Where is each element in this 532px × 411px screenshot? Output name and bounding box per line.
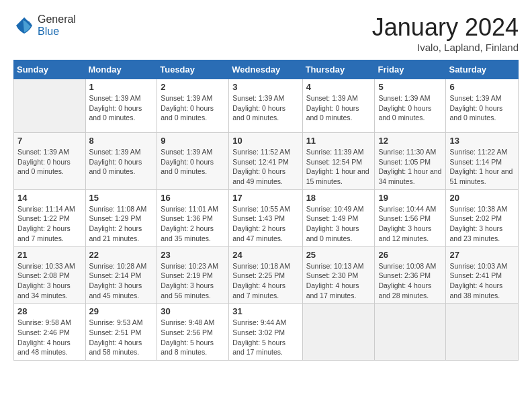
calendar-cell: 2Sunset: 1:39 AM Daylight: 0 hours and 0…: [157, 79, 229, 133]
logo: General Blue: [13, 13, 76, 38]
day-number: 4: [306, 82, 371, 92]
day-number: 6: [449, 82, 515, 92]
day-info: Sunrise: 11:30 AM Sunset: 1:05 PM Daylig…: [378, 147, 442, 187]
month-title: January 2024: [372, 13, 519, 42]
calendar-body: 1Sunset: 1:39 AM Daylight: 0 hours and 0…: [14, 79, 519, 361]
day-number: 29: [89, 306, 154, 316]
day-info: Sunrise: 11:14 AM Sunset: 1:22 PM Daylig…: [17, 204, 82, 244]
days-of-week-row: SundayMondayTuesdayWednesdayThursdayFrid…: [14, 60, 519, 79]
calendar-cell: 17Sunrise: 10:55 AM Sunset: 1:43 PM Dayl…: [229, 189, 302, 246]
calendar-cell: [446, 304, 519, 361]
calendar-cell: 7Sunset: 1:39 AM Daylight: 0 hours and 0…: [14, 133, 86, 190]
day-info: Sunset: 1:39 AM Daylight: 0 hours and 0 …: [161, 93, 225, 123]
calendar-cell: 16Sunrise: 11:01 AM Sunset: 1:36 PM Dayl…: [157, 189, 229, 246]
day-number: 15: [89, 193, 154, 203]
day-number: 2: [161, 82, 225, 92]
day-number: 25: [306, 250, 371, 260]
day-info: Sunrise: 11:08 AM Sunset: 1:29 PM Daylig…: [89, 204, 154, 244]
calendar-cell: 14Sunrise: 11:14 AM Sunset: 1:22 PM Dayl…: [14, 189, 86, 246]
day-info: Sunset: 1:39 AM Daylight: 0 hours and 0 …: [161, 147, 225, 177]
day-info: Sunset: 1:39 AM Daylight: 0 hours and 0 …: [17, 147, 82, 177]
week-row-3: 14Sunrise: 11:14 AM Sunset: 1:22 PM Dayl…: [14, 189, 519, 246]
day-info: Sunrise: 10:13 AM Sunset: 2:30 PM Daylig…: [306, 261, 371, 301]
day-number: 20: [449, 193, 515, 203]
day-info: Sunrise: 10:08 AM Sunset: 2:36 PM Daylig…: [378, 261, 442, 301]
day-number: 1: [89, 82, 154, 92]
week-row-5: 28Sunrise: 9:58 AM Sunset: 2:46 PM Dayli…: [14, 304, 519, 361]
calendar-cell: 10Sunrise: 11:52 AM Sunset: 12:41 PM Day…: [229, 133, 302, 190]
calendar-cell: 23Sunrise: 10:23 AM Sunset: 2:19 PM Dayl…: [157, 246, 229, 304]
day-info: Sunrise: 10:28 AM Sunset: 2:14 PM Daylig…: [89, 261, 154, 301]
day-info: Sunrise: 11:52 AM Sunset: 12:41 PM Dayli…: [232, 147, 298, 187]
day-number: 30: [161, 306, 225, 316]
calendar-cell: [14, 79, 86, 133]
calendar-cell: 11Sunrise: 11:39 AM Sunset: 12:54 PM Day…: [302, 133, 375, 190]
day-number: 27: [449, 250, 515, 260]
calendar-cell: 18Sunrise: 10:49 AM Sunset: 1:49 PM Dayl…: [302, 189, 375, 246]
day-number: 5: [378, 82, 442, 92]
day-number: 21: [17, 250, 82, 260]
day-info: Sunrise: 11:39 AM Sunset: 12:54 PM Dayli…: [306, 147, 371, 187]
day-info: Sunset: 1:39 AM Daylight: 0 hours and 0 …: [89, 147, 154, 177]
day-info: Sunset: 1:39 AM Daylight: 0 hours and 0 …: [306, 93, 371, 123]
day-number: 7: [17, 136, 82, 146]
week-row-4: 21Sunrise: 10:33 AM Sunset: 2:08 PM Dayl…: [14, 246, 519, 304]
day-info: Sunset: 1:39 AM Daylight: 0 hours and 0 …: [232, 93, 298, 123]
day-info: Sunrise: 10:49 AM Sunset: 1:49 PM Daylig…: [306, 204, 371, 244]
day-info: Sunrise: 10:38 AM Sunset: 2:02 PM Daylig…: [449, 204, 515, 244]
day-info: Sunset: 1:39 AM Daylight: 0 hours and 0 …: [449, 93, 515, 123]
day-number: 22: [89, 250, 154, 260]
calendar-cell: 3Sunset: 1:39 AM Daylight: 0 hours and 0…: [229, 79, 302, 133]
calendar-cell: 13Sunrise: 11:22 AM Sunset: 1:14 PM Dayl…: [446, 133, 519, 190]
day-info: Sunrise: 10:55 AM Sunset: 1:43 PM Daylig…: [232, 204, 298, 244]
calendar-cell: 20Sunrise: 10:38 AM Sunset: 2:02 PM Dayl…: [446, 189, 519, 246]
logo-general-text: General: [38, 13, 76, 25]
day-number: 17: [232, 193, 298, 203]
day-number: 9: [161, 136, 225, 146]
day-number: 28: [17, 306, 82, 316]
week-row-1: 1Sunset: 1:39 AM Daylight: 0 hours and 0…: [14, 79, 519, 133]
day-info: Sunrise: 11:22 AM Sunset: 1:14 PM Daylig…: [449, 147, 515, 187]
day-number: 11: [306, 136, 371, 146]
calendar-cell: 26Sunrise: 10:08 AM Sunset: 2:36 PM Dayl…: [375, 246, 446, 304]
day-info: Sunrise: 9:53 AM Sunset: 2:51 PM Dayligh…: [89, 318, 154, 357]
day-number: 8: [89, 136, 154, 146]
day-of-week-wednesday: Wednesday: [229, 60, 302, 79]
logo-text: General Blue: [38, 13, 76, 38]
page-header: General Blue January 2024 Ivalo, Lapland…: [13, 13, 519, 53]
day-number: 31: [232, 306, 298, 316]
calendar-cell: [302, 304, 375, 361]
calendar-cell: 24Sunrise: 10:18 AM Sunset: 2:25 PM Dayl…: [229, 246, 302, 304]
day-of-week-friday: Friday: [375, 60, 446, 79]
calendar-cell: 31Sunrise: 9:44 AM Sunset: 3:02 PM Dayli…: [229, 304, 302, 361]
calendar-cell: 6Sunset: 1:39 AM Daylight: 0 hours and 0…: [446, 79, 519, 133]
calendar-cell: 5Sunset: 1:39 AM Daylight: 0 hours and 0…: [375, 79, 446, 133]
calendar-cell: 21Sunrise: 10:33 AM Sunset: 2:08 PM Dayl…: [14, 246, 86, 304]
day-info: Sunrise: 10:44 AM Sunset: 1:56 PM Daylig…: [378, 204, 442, 244]
day-of-week-tuesday: Tuesday: [157, 60, 229, 79]
day-of-week-saturday: Saturday: [446, 60, 519, 79]
calendar-cell: [375, 304, 446, 361]
title-block: January 2024 Ivalo, Lapland, Finland: [372, 13, 519, 53]
day-number: 26: [378, 250, 442, 260]
calendar-cell: 15Sunrise: 11:08 AM Sunset: 1:29 PM Dayl…: [85, 189, 157, 246]
day-number: 13: [449, 136, 515, 146]
day-number: 19: [378, 193, 442, 203]
calendar-cell: 9Sunset: 1:39 AM Daylight: 0 hours and 0…: [157, 133, 229, 190]
calendar-cell: 1Sunset: 1:39 AM Daylight: 0 hours and 0…: [85, 79, 157, 133]
day-info: Sunrise: 10:03 AM Sunset: 2:41 PM Daylig…: [449, 261, 515, 301]
calendar-header: SundayMondayTuesdayWednesdayThursdayFrid…: [14, 60, 519, 79]
day-number: 16: [161, 193, 225, 203]
day-number: 18: [306, 193, 371, 203]
calendar-table: SundayMondayTuesdayWednesdayThursdayFrid…: [13, 60, 519, 361]
day-number: 14: [17, 193, 82, 203]
day-number: 23: [161, 250, 225, 260]
day-info: Sunrise: 10:18 AM Sunset: 2:25 PM Daylig…: [232, 261, 298, 301]
day-info: Sunrise: 9:44 AM Sunset: 3:02 PM Dayligh…: [232, 318, 298, 357]
location: Ivalo, Lapland, Finland: [372, 42, 519, 53]
day-info: Sunset: 1:39 AM Daylight: 0 hours and 0 …: [89, 93, 154, 123]
calendar-cell: 29Sunrise: 9:53 AM Sunset: 2:51 PM Dayli…: [85, 304, 157, 361]
calendar-cell: 12Sunrise: 11:30 AM Sunset: 1:05 PM Dayl…: [375, 133, 446, 190]
calendar-cell: 8Sunset: 1:39 AM Daylight: 0 hours and 0…: [85, 133, 157, 190]
calendar-cell: 4Sunset: 1:39 AM Daylight: 0 hours and 0…: [302, 79, 375, 133]
